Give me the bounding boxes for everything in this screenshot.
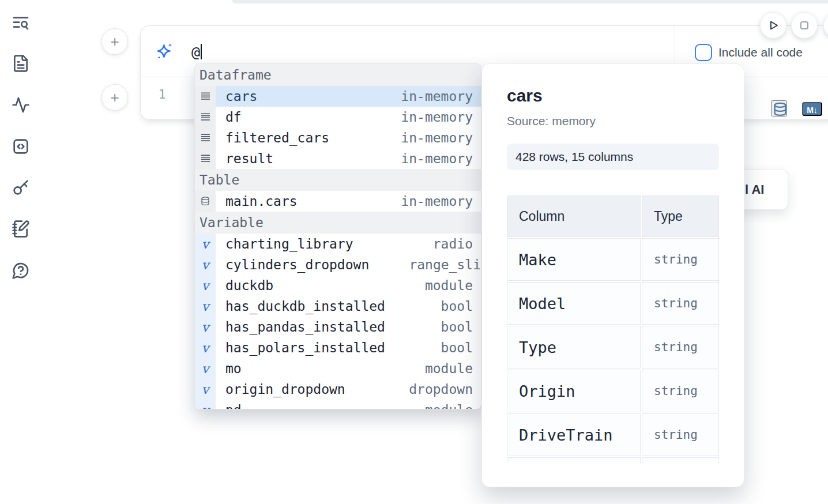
- text-search-icon: [12, 14, 30, 32]
- autocomplete-item-pd-clipped[interactable]: v pdmodule: [195, 400, 481, 409]
- file-text-icon: [12, 54, 30, 73]
- table-cell-column: DriveTrain: [507, 413, 641, 456]
- text-cursor: [201, 44, 202, 59]
- autocomplete-item-df[interactable]: dfin-memory: [195, 107, 481, 127]
- item-name: origin_dropdown: [216, 382, 345, 397]
- variable-icon: v: [195, 234, 216, 254]
- item-type: module: [425, 278, 481, 293]
- sidebar-item-scratchpad[interactable]: [12, 220, 30, 238]
- item-name: df: [216, 110, 242, 125]
- item-name: filtered_cars: [216, 130, 329, 145]
- database-icon: [772, 101, 786, 118]
- item-type: bool: [441, 340, 481, 355]
- autocomplete-item-charting-library[interactable]: v charting_libraryradio: [195, 234, 481, 254]
- variable-icon: v: [195, 379, 216, 400]
- variable-icon: v: [195, 254, 216, 275]
- item-type: in-memory: [401, 130, 481, 145]
- section-header-variable: Variable: [195, 212, 481, 234]
- autocomplete-item-has-pandas-installed[interactable]: v has_pandas_installedbool: [195, 317, 481, 337]
- autocomplete-dropdown: Dataframe carsin-memory dfin-memory filt…: [194, 63, 481, 409]
- autocomplete-item-main-cars[interactable]: main.carsin-memory: [195, 191, 481, 212]
- sidebar-item-tracing[interactable]: [12, 96, 30, 114]
- prompt-text: @: [191, 44, 200, 61]
- marimo-notebook-canvas: + + @ Include all code 1 M↓ l AI Datafra…: [0, 0, 828, 504]
- table-cell-type: string: [642, 238, 719, 281]
- autocomplete-item-result[interactable]: resultin-memory: [195, 148, 481, 169]
- sidebar-item-files[interactable]: [12, 54, 30, 73]
- stop-square-icon: [792, 16, 817, 35]
- key-icon: [12, 178, 30, 197]
- item-name: result: [216, 151, 273, 166]
- item-type: in-memory: [401, 110, 481, 125]
- autocomplete-item-has-polars-installed[interactable]: v has_polars_installedbool: [195, 337, 481, 358]
- editor-line-number: 1: [155, 87, 170, 101]
- table-row-partial: [642, 457, 719, 463]
- ai-prompt-input[interactable]: @: [191, 44, 202, 63]
- table-row-partial: [507, 457, 641, 463]
- item-name: has_pandas_installed: [216, 319, 385, 334]
- item-type: bool: [441, 319, 481, 334]
- notebook-pen-icon: [12, 220, 30, 238]
- item-type: in-memory: [401, 89, 481, 104]
- dataframe-icon: [195, 127, 216, 148]
- column-header: Column: [507, 195, 641, 237]
- table-cell-type: string: [642, 282, 719, 325]
- type-header: Type: [642, 195, 719, 237]
- item-type: module: [425, 403, 481, 409]
- help-chat-icon: [12, 261, 30, 280]
- stop-cell-button[interactable]: [791, 12, 818, 39]
- table-cell-column: Type: [507, 326, 641, 368]
- item-name: cylinders_dropdown: [216, 257, 369, 272]
- section-header-dataframe: Dataframe: [195, 64, 481, 86]
- include-all-code-label: Include all code: [718, 44, 803, 61]
- item-type: in-memory: [401, 151, 481, 166]
- item-type: in-memory: [401, 194, 481, 209]
- variable-icon: v: [195, 400, 216, 409]
- item-name: duckdb: [216, 278, 273, 293]
- autocomplete-item-cars[interactable]: carsin-memory: [195, 86, 481, 107]
- variable-icon: v: [195, 337, 216, 358]
- sparkles-ai-icon: [155, 42, 174, 61]
- autocomplete-item-duckdb[interactable]: v duckdbmodule: [195, 275, 481, 296]
- item-type: module: [425, 361, 481, 376]
- item-type: range_sli: [409, 257, 481, 272]
- autocomplete-item-has-duckdb-installed[interactable]: v has_duckdb_installedbool: [195, 296, 481, 317]
- add-cell-above-button[interactable]: +: [101, 28, 128, 55]
- autocomplete-item-cylinders-dropdown[interactable]: v cylinders_dropdownrange_sli: [195, 254, 481, 275]
- add-cell-below-button[interactable]: +: [101, 84, 128, 111]
- previous-cell-edge: [232, 0, 828, 3]
- section-header-table: Table: [195, 169, 481, 191]
- code-snippet-icon: [12, 137, 30, 156]
- sidebar-item-help[interactable]: [12, 261, 30, 280]
- variable-icon: v: [195, 317, 216, 337]
- table-cell-column: Make: [507, 238, 641, 281]
- popup-title: cars: [507, 86, 744, 106]
- sidebar-item-secrets[interactable]: [12, 178, 30, 197]
- dataframe-icon: [195, 148, 216, 169]
- item-type: dropdown: [409, 382, 481, 397]
- variable-icon: v: [195, 296, 216, 317]
- table-cell-type: string: [642, 326, 719, 368]
- item-name: pd: [216, 403, 242, 409]
- sidebar-item-snippets[interactable]: [12, 137, 30, 156]
- popup-shape-badge: 428 rows, 15 columns: [507, 144, 719, 170]
- table-cell-column: Model: [507, 282, 641, 325]
- markdown-badge-icon: M↓: [807, 106, 818, 115]
- item-type: bool: [441, 299, 481, 314]
- autocomplete-item-mo[interactable]: v momodule: [195, 358, 481, 379]
- sidebar-item-table-of-contents[interactable]: [12, 14, 30, 32]
- convert-to-markdown-button[interactable]: M↓: [802, 102, 822, 116]
- run-cell-button[interactable]: [760, 12, 786, 39]
- dataframe-icon: [195, 86, 216, 107]
- convert-to-sql-button[interactable]: [771, 100, 787, 116]
- variable-icon: v: [195, 358, 216, 379]
- table-cell-type: string: [642, 370, 719, 412]
- item-name: cars: [216, 89, 257, 104]
- table-cell-type: string: [642, 413, 719, 456]
- autocomplete-item-origin-dropdown[interactable]: v origin_dropdowndropdown: [195, 379, 481, 400]
- item-name: has_duckdb_installed: [216, 299, 385, 314]
- popup-source: Source: memory: [507, 114, 744, 128]
- include-all-code-checkbox[interactable]: [695, 44, 712, 61]
- item-name: mo: [216, 361, 242, 376]
- autocomplete-item-filtered-cars[interactable]: filtered_carsin-memory: [195, 127, 481, 148]
